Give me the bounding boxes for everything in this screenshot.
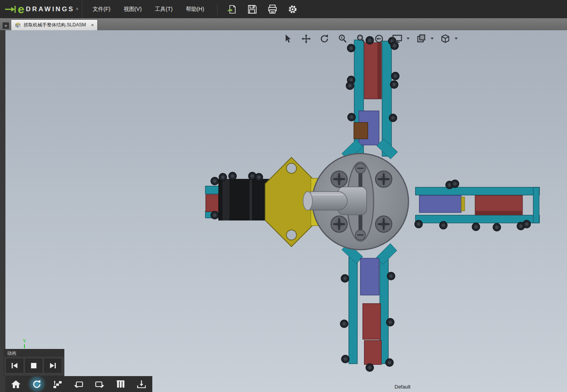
view-toolbar [281,33,458,45]
stop-icon [31,363,37,369]
cube-icon [441,34,450,43]
exploded-view-button[interactable] [47,376,68,392]
save-button[interactable] [244,2,261,17]
markup-dropdown-caret[interactable] [431,38,434,40]
print-button[interactable] [264,2,281,17]
top-arm [342,36,399,161]
axis-indicator: Y [21,338,28,348]
view-orientation-button[interactable] [439,33,452,45]
document-tab[interactable]: 抓取机械手整体结构.SLDASM × [11,19,98,30]
home-icon [11,380,21,389]
markup-button[interactable] [415,33,428,45]
view-forward-icon [95,380,105,389]
pan-icon [302,34,311,43]
main-toolbar [220,2,301,17]
view-forward-button[interactable] [89,376,110,392]
3d-viewport[interactable]: Y Default [5,30,567,392]
view-back-button[interactable] [68,376,89,392]
stop-button[interactable] [25,359,42,373]
gear-icon [288,4,298,14]
animation-play-button[interactable] [26,376,47,392]
exploded-view-icon [53,380,63,389]
previous-view-button[interactable] [372,33,386,45]
cursor-icon [284,34,292,43]
open-button[interactable] [224,2,241,17]
menu-file[interactable]: 文件(F) [86,1,117,18]
save-view-button[interactable] [131,376,152,392]
logo-arrow-icon [5,5,16,14]
display-style-icon [116,380,125,389]
home-button[interactable] [5,376,26,392]
tab-bar: + 抓取机械手整体结构.SLDASM × [0,18,567,30]
animation-controls [4,357,64,375]
left-arm [205,157,327,247]
print-icon [267,4,277,14]
zoom-area-icon [356,34,365,43]
pan-tool-button[interactable] [300,33,313,45]
tab-close-button[interactable]: × [89,22,94,28]
right-arm [415,180,539,231]
menu-tools[interactable]: 工具(T) [148,1,179,18]
tab-title: 抓取机械手整体结构.SLDASM [24,22,86,28]
first-frame-button[interactable] [6,359,23,373]
zoom-area-tool-button[interactable] [354,33,367,45]
first-frame-icon [11,363,19,369]
options-button[interactable] [284,2,301,17]
select-tool-button[interactable] [281,33,295,45]
hub [312,154,408,250]
logo-registered-mark: ® [76,7,78,11]
menu-help[interactable]: 帮助(H) [179,1,210,18]
view-orientation-dropdown-caret[interactable] [455,38,458,40]
fullscreen-button[interactable] [391,33,404,45]
gripper-assembly-model [5,30,567,392]
edrawings-logo: e DRAWINGS ® [0,0,82,18]
axis-y-arrow [24,344,25,348]
menu-view[interactable]: 视图(V) [117,1,148,18]
left-edge-strip [0,30,5,392]
markup-icon [417,34,426,43]
animation-panel-title: 动画 [4,349,64,357]
continuous-play-icon [32,379,42,389]
fullscreen-dropdown-caret[interactable] [407,38,410,40]
previous-view-icon [374,34,384,43]
zoom-icon [338,34,347,43]
save-icon [247,4,257,14]
menu-bar: 文件(F) 视图(V) 工具(T) 帮助(H) [82,0,215,18]
axis-y-label: Y [21,338,28,344]
display-style-button[interactable] [110,376,131,392]
assembly-cube-icon [15,22,21,28]
configuration-label: Default [395,384,410,390]
bottom-toolbar [5,376,152,392]
logo-text: DRAWINGS [26,5,75,13]
bottom-arm [340,243,397,371]
open-file-icon [227,4,237,14]
rotate-tool-button[interactable] [318,33,331,45]
monitor-icon [392,34,402,43]
last-frame-button[interactable] [44,359,61,373]
last-frame-icon [49,363,57,369]
new-tab-button[interactable]: + [3,22,9,29]
save-view-icon [136,380,146,389]
animation-panel: 动画 [4,349,64,376]
zoom-tool-button[interactable] [336,33,349,45]
view-back-icon [74,380,84,389]
center-cylinder [303,187,367,215]
rotate-icon [320,34,329,43]
logo-e: e [18,3,24,15]
title-bar: e DRAWINGS ® 文件(F) 视图(V) 工具(T) 帮助(H) [0,0,567,18]
toolbar-separator [217,3,217,15]
